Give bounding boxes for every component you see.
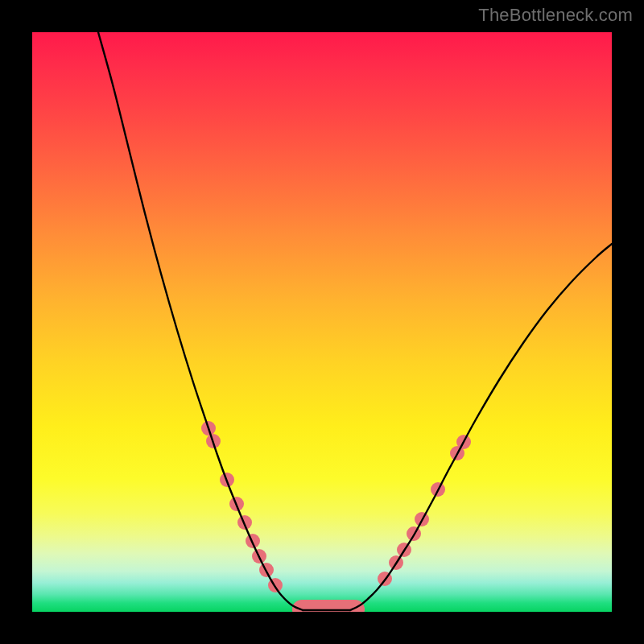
marker-left: [246, 534, 260, 548]
curve-segment: [350, 244, 612, 610]
chart-svg: [32, 32, 612, 612]
curve-segment: [98, 32, 303, 610]
watermark-text: TheBottleneck.com: [478, 5, 633, 26]
plot-area: [32, 32, 612, 612]
outer-frame: TheBottleneck.com: [0, 0, 644, 644]
